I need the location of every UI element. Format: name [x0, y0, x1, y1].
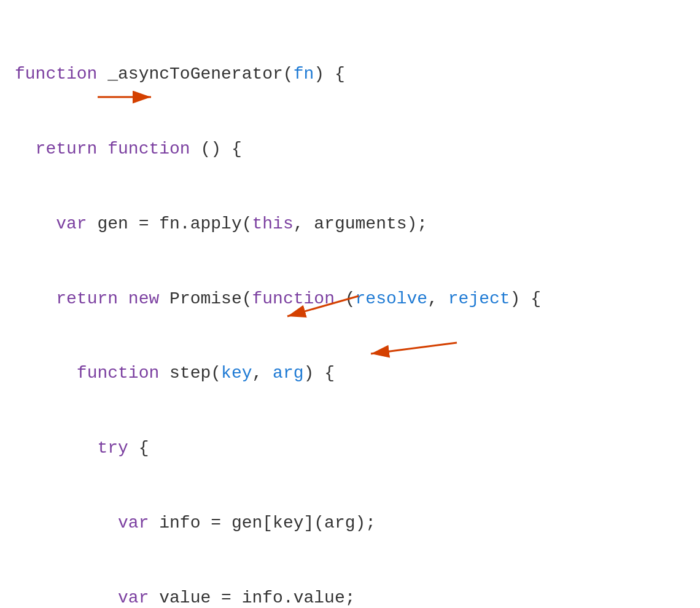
code-line: return function () {	[15, 137, 685, 162]
code-line: try {	[15, 436, 685, 461]
code-block: function _asyncToGenerator(fn) { return …	[15, 12, 685, 608]
code-line: function _asyncToGenerator(fn) {	[15, 62, 685, 87]
svg-line-4	[371, 343, 457, 354]
code-line: var info = gen[key](arg);	[15, 511, 685, 536]
code-line: return new Promise(function (resolve, re…	[15, 287, 685, 312]
keyword-function: function	[15, 64, 97, 84]
code-line: var gen = fn.apply(this, arguments);	[15, 212, 685, 237]
code-line: function step(key, arg) {	[15, 361, 685, 386]
code-line: var value = info.value;	[15, 586, 685, 608]
